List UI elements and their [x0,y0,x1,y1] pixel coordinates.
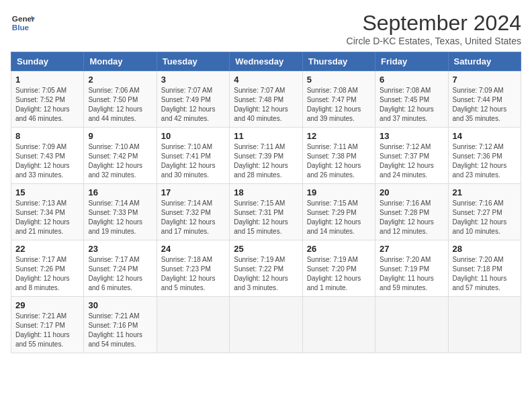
day-number: 21 [453,187,517,197]
day-info: Sunrise: 7:08 AMSunset: 7:47 PMDaylight:… [307,86,371,124]
calendar-day-cell: 8Sunrise: 7:09 AMSunset: 7:43 PMDaylight… [11,128,84,184]
calendar-week-row: 1Sunrise: 7:05 AMSunset: 7:52 PMDaylight… [11,71,521,128]
day-info: Sunrise: 7:13 AMSunset: 7:34 PMDaylight:… [15,199,79,236]
calendar-day-cell: 15Sunrise: 7:13 AMSunset: 7:34 PMDayligh… [11,184,84,240]
day-number: 13 [380,131,443,141]
day-info: Sunrise: 7:12 AMSunset: 7:37 PMDaylight:… [380,142,443,180]
day-number: 27 [380,244,443,254]
day-info: Sunrise: 7:19 AMSunset: 7:22 PMDaylight:… [234,255,298,293]
day-info: Sunrise: 7:09 AMSunset: 7:43 PMDaylight:… [15,142,79,180]
day-number: 29 [15,300,79,310]
day-info: Sunrise: 7:07 AMSunset: 7:48 PMDaylight:… [234,86,298,124]
day-info: Sunrise: 7:17 AMSunset: 7:26 PMDaylight:… [15,255,79,293]
calendar-day-cell: 27Sunrise: 7:20 AMSunset: 7:19 PMDayligh… [375,240,448,297]
page-header: General Blue September 2024 Circle D-KC … [11,11,521,46]
day-info: Sunrise: 7:08 AMSunset: 7:45 PMDaylight:… [380,86,443,124]
day-number: 4 [234,75,298,85]
title-section: September 2024 Circle D-KC Estates, Texa… [347,11,521,46]
calendar-table: SundayMondayTuesdayWednesdayThursdayFrid… [11,52,521,353]
day-number: 7 [453,75,517,85]
day-info: Sunrise: 7:15 AMSunset: 7:29 PMDaylight:… [307,199,371,236]
day-number: 1 [15,75,79,85]
day-info: Sunrise: 7:16 AMSunset: 7:28 PMDaylight:… [380,199,443,236]
day-number: 12 [307,131,371,141]
day-info: Sunrise: 7:12 AMSunset: 7:36 PMDaylight:… [453,142,517,180]
calendar-day-cell: 28Sunrise: 7:20 AMSunset: 7:18 PMDayligh… [448,240,521,297]
calendar-day-cell: 16Sunrise: 7:14 AMSunset: 7:33 PMDayligh… [84,184,157,240]
weekday-header: Wednesday [230,52,302,71]
weekday-header: Saturday [448,52,521,71]
calendar-day-cell: 26Sunrise: 7:19 AMSunset: 7:20 PMDayligh… [302,240,375,297]
calendar-day-cell: 1Sunrise: 7:05 AMSunset: 7:52 PMDaylight… [11,71,84,128]
weekday-header-row: SundayMondayTuesdayWednesdayThursdayFrid… [11,52,521,71]
day-number: 11 [234,131,298,141]
day-info: Sunrise: 7:17 AMSunset: 7:24 PMDaylight:… [88,255,152,293]
day-number: 6 [380,75,443,85]
location-subtitle: Circle D-KC Estates, Texas, United State… [347,36,521,46]
day-number: 14 [453,131,517,141]
calendar-week-row: 8Sunrise: 7:09 AMSunset: 7:43 PMDaylight… [11,128,521,184]
calendar-day-cell: 9Sunrise: 7:10 AMSunset: 7:42 PMDaylight… [84,128,157,184]
day-number: 20 [380,187,443,197]
month-title: September 2024 [347,11,521,36]
day-info: Sunrise: 7:11 AMSunset: 7:39 PMDaylight:… [234,142,298,180]
day-number: 5 [307,75,371,85]
day-number: 19 [307,187,371,197]
calendar-day-cell: 12Sunrise: 7:11 AMSunset: 7:38 PMDayligh… [302,128,375,184]
day-info: Sunrise: 7:18 AMSunset: 7:23 PMDaylight:… [161,255,225,293]
calendar-day-cell: 3Sunrise: 7:07 AMSunset: 7:49 PMDaylight… [157,71,229,128]
day-info: Sunrise: 7:14 AMSunset: 7:33 PMDaylight:… [88,199,152,236]
calendar-day-cell: 5Sunrise: 7:08 AMSunset: 7:47 PMDaylight… [302,71,375,128]
calendar-day-cell: 10Sunrise: 7:10 AMSunset: 7:41 PMDayligh… [157,128,229,184]
calendar-day-cell: 13Sunrise: 7:12 AMSunset: 7:37 PMDayligh… [375,128,448,184]
day-info: Sunrise: 7:05 AMSunset: 7:52 PMDaylight:… [15,86,79,124]
day-number: 8 [15,131,79,141]
logo-icon: General Blue [11,11,35,35]
weekday-header: Monday [84,52,157,71]
svg-text:Blue: Blue [12,23,30,32]
calendar-day-cell [230,297,302,353]
weekday-header: Tuesday [157,52,229,71]
day-number: 30 [88,300,152,310]
day-info: Sunrise: 7:09 AMSunset: 7:44 PMDaylight:… [453,86,517,124]
day-number: 16 [88,187,152,197]
day-number: 23 [88,244,152,254]
weekday-header: Thursday [302,52,375,71]
day-number: 9 [88,131,152,141]
day-info: Sunrise: 7:10 AMSunset: 7:41 PMDaylight:… [161,142,225,180]
calendar-day-cell [302,297,375,353]
day-number: 10 [161,131,225,141]
day-number: 3 [161,75,225,85]
calendar-day-cell: 25Sunrise: 7:19 AMSunset: 7:22 PMDayligh… [230,240,302,297]
calendar-day-cell: 29Sunrise: 7:21 AMSunset: 7:17 PMDayligh… [11,297,84,353]
day-info: Sunrise: 7:21 AMSunset: 7:17 PMDaylight:… [15,312,79,349]
day-info: Sunrise: 7:20 AMSunset: 7:19 PMDaylight:… [380,255,443,293]
calendar-week-row: 22Sunrise: 7:17 AMSunset: 7:26 PMDayligh… [11,240,521,297]
day-number: 26 [307,244,371,254]
day-number: 25 [234,244,298,254]
day-number: 2 [88,75,152,85]
calendar-day-cell: 23Sunrise: 7:17 AMSunset: 7:24 PMDayligh… [84,240,157,297]
calendar-day-cell: 14Sunrise: 7:12 AMSunset: 7:36 PMDayligh… [448,128,521,184]
calendar-day-cell: 4Sunrise: 7:07 AMSunset: 7:48 PMDaylight… [230,71,302,128]
day-info: Sunrise: 7:14 AMSunset: 7:32 PMDaylight:… [161,199,225,236]
calendar-week-row: 15Sunrise: 7:13 AMSunset: 7:34 PMDayligh… [11,184,521,240]
calendar-day-cell: 21Sunrise: 7:16 AMSunset: 7:27 PMDayligh… [448,184,521,240]
calendar-day-cell: 7Sunrise: 7:09 AMSunset: 7:44 PMDaylight… [448,71,521,128]
calendar-day-cell: 24Sunrise: 7:18 AMSunset: 7:23 PMDayligh… [157,240,229,297]
day-info: Sunrise: 7:07 AMSunset: 7:49 PMDaylight:… [161,86,225,124]
day-info: Sunrise: 7:20 AMSunset: 7:18 PMDaylight:… [453,255,517,293]
calendar-day-cell: 11Sunrise: 7:11 AMSunset: 7:39 PMDayligh… [230,128,302,184]
calendar-day-cell: 18Sunrise: 7:15 AMSunset: 7:31 PMDayligh… [230,184,302,240]
day-number: 22 [15,244,79,254]
day-info: Sunrise: 7:06 AMSunset: 7:50 PMDaylight:… [88,86,152,124]
logo: General Blue [11,11,35,35]
calendar-day-cell: 6Sunrise: 7:08 AMSunset: 7:45 PMDaylight… [375,71,448,128]
day-number: 15 [15,187,79,197]
calendar-day-cell [157,297,229,353]
calendar-day-cell: 30Sunrise: 7:21 AMSunset: 7:16 PMDayligh… [84,297,157,353]
day-number: 24 [161,244,225,254]
weekday-header: Friday [375,52,448,71]
calendar-day-cell: 17Sunrise: 7:14 AMSunset: 7:32 PMDayligh… [157,184,229,240]
weekday-header: Sunday [11,52,84,71]
